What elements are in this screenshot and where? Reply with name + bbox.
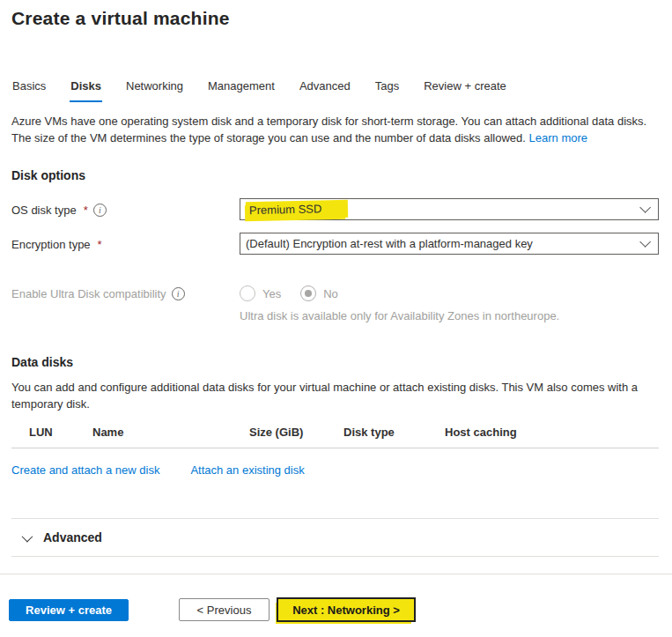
column-header-disk-type: Disk type: [343, 426, 445, 439]
tab-tags[interactable]: Tags: [374, 76, 400, 102]
review-create-button[interactable]: Review + create: [9, 599, 129, 621]
encryption-type-value: (Default) Encryption at-rest with a plat…: [246, 237, 533, 250]
os-disk-type-value: Premium SSD: [246, 199, 349, 219]
radio-option-yes[interactable]: Yes: [240, 285, 281, 301]
os-disk-type-row: OS disk type* i Premium SSD: [11, 198, 659, 220]
encryption-type-label: Encryption type: [11, 238, 91, 251]
tab-networking[interactable]: Networking: [125, 76, 184, 102]
ultra-disk-label-group: Enable Ultra Disk compatibility i: [11, 285, 240, 300]
radio-yes-label: Yes: [262, 287, 281, 300]
data-disks-table-header: LUN Name Size (GiB) Disk type Host cachi…: [11, 426, 659, 448]
radio-no-icon[interactable]: [300, 285, 316, 301]
info-icon[interactable]: i: [93, 204, 107, 217]
radio-yes-icon[interactable]: [240, 285, 255, 301]
chevron-down-icon: [639, 236, 651, 248]
data-disks-links: Create and attach a new disk Attach an e…: [11, 463, 659, 477]
chevron-down-icon: [22, 530, 33, 542]
encryption-type-row: Encryption type* (Default) Encryption at…: [11, 233, 659, 255]
tab-bar: Basics Disks Networking Management Advan…: [11, 76, 659, 102]
required-marker: *: [98, 238, 102, 251]
os-disk-type-dropdown[interactable]: Premium SSD: [240, 198, 659, 220]
column-header-size: Size (GiB): [249, 426, 343, 439]
ultra-disk-control: Yes No Ultra disk is available only for …: [240, 285, 559, 322]
radio-no-label: No: [323, 287, 338, 300]
footer-bar: Review + create < Previous Next : Networ…: [0, 574, 672, 622]
data-disks-description: You can add and configure additional dat…: [11, 379, 659, 412]
ultra-disk-label: Enable Ultra Disk compatibility: [11, 287, 166, 300]
disk-options-section-title: Disk options: [11, 168, 659, 182]
advanced-section-label: Advanced: [43, 530, 102, 544]
tab-advanced[interactable]: Advanced: [299, 76, 351, 102]
chevron-down-icon: [639, 202, 651, 213]
ultra-disk-radio-group: Yes No: [240, 285, 559, 301]
tab-disks[interactable]: Disks: [70, 76, 102, 102]
tab-review-create[interactable]: Review + create: [423, 76, 507, 102]
tab-basics[interactable]: Basics: [11, 76, 47, 102]
advanced-section-toggle[interactable]: Advanced: [11, 519, 659, 556]
create-attach-new-disk-link[interactable]: Create and attach a new disk: [11, 463, 159, 477]
ultra-disk-helper-text: Ultra disk is available only for Availab…: [240, 309, 559, 322]
divider: [11, 556, 659, 557]
column-header-host-caching: Host caching: [445, 426, 659, 439]
column-header-lun: LUN: [29, 426, 92, 439]
info-icon[interactable]: i: [172, 287, 185, 300]
data-disks-section-title: Data disks: [11, 355, 659, 369]
os-disk-type-label: OS disk type: [11, 204, 77, 217]
encryption-type-dropdown[interactable]: (Default) Encryption at-rest with a plat…: [240, 233, 659, 255]
learn-more-link[interactable]: Learn more: [529, 131, 587, 144]
ultra-disk-row: Enable Ultra Disk compatibility i Yes No…: [11, 285, 659, 322]
os-disk-type-label-group: OS disk type* i: [11, 202, 240, 217]
page-title: Create a virtual machine: [11, 8, 659, 29]
tab-management[interactable]: Management: [207, 76, 276, 102]
radio-option-no[interactable]: No: [300, 285, 338, 301]
intro-text: Azure VMs have one operating system disk…: [11, 113, 659, 146]
previous-button[interactable]: < Previous: [179, 598, 270, 621]
encryption-type-label-group: Encryption type*: [11, 236, 240, 251]
create-vm-page: Create a virtual machine Basics Disks Ne…: [0, 0, 672, 637]
next-networking-button[interactable]: Next : Networking >: [277, 597, 416, 622]
column-header-name: Name: [92, 426, 249, 439]
footer-buttons: Review + create < Previous Next : Networ…: [9, 597, 672, 622]
required-marker: *: [84, 204, 88, 217]
attach-existing-disk-link[interactable]: Attach an existing disk: [190, 463, 304, 477]
